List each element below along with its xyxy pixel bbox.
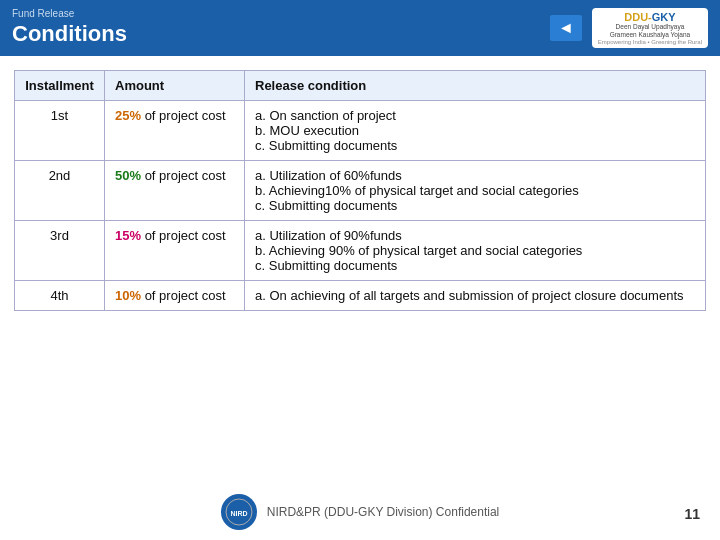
amount-suffix: of project cost — [141, 228, 226, 243]
logo-box: DDU- GKY Deen Dayal UpadhyayaGrameen Kau… — [592, 8, 708, 48]
condition-item: b. Achieving10% of physical target and s… — [255, 183, 695, 198]
amount-cell: 25% of project cost — [105, 100, 245, 160]
table-row: 4th10% of project costa. On achieving of… — [15, 280, 706, 310]
release-cell: a. Utilization of 90%fundsb. Achieving 9… — [245, 220, 706, 280]
footer-text: NIRD&PR (DDU-GKY Division) Confidential — [267, 505, 500, 519]
logo-ddu: DDU- — [624, 11, 652, 23]
logo-tagline: Empowering India • Greening the Rural — [598, 39, 702, 45]
main-content: Installment Amount Release condition 1st… — [0, 56, 720, 321]
header-title-block: Fund Release Conditions — [12, 8, 127, 47]
installment-cell: 4th — [15, 280, 105, 310]
installment-cell: 2nd — [15, 160, 105, 220]
condition-item: c. Submitting documents — [255, 138, 695, 153]
header-pretitle: Fund Release — [12, 8, 127, 19]
release-cell: a. On achieving of all targets and submi… — [245, 280, 706, 310]
amount-pct: 50% — [115, 168, 141, 183]
installment-cell: 1st — [15, 100, 105, 160]
svg-text:NIRD: NIRD — [230, 510, 247, 517]
amount-cell: 10% of project cost — [105, 280, 245, 310]
amount-pct: 15% — [115, 228, 141, 243]
header-right: ◄ DDU- GKY Deen Dayal UpadhyayaGrameen K… — [550, 8, 708, 48]
page-header: Fund Release Conditions ◄ DDU- GKY Deen … — [0, 0, 720, 56]
amount-suffix: of project cost — [141, 288, 226, 303]
release-cell: a. On sanction of projectb. MOU executio… — [245, 100, 706, 160]
table-row: 2nd50% of project costa. Utilization of … — [15, 160, 706, 220]
amount-cell: 15% of project cost — [105, 220, 245, 280]
page-number: 11 — [684, 506, 700, 522]
release-cell: a. Utilization of 60%fundsb. Achieving10… — [245, 160, 706, 220]
condition-item: a. On achieving of all targets and submi… — [255, 288, 695, 303]
col-installment: Installment — [15, 70, 105, 100]
logo-gky: GKY — [652, 11, 676, 23]
page-footer: NIRD NIRD&PR (DDU-GKY Division) Confiden… — [0, 494, 720, 530]
condition-item: a. On sanction of project — [255, 108, 695, 123]
back-button[interactable]: ◄ — [550, 15, 582, 41]
table-row: 1st25% of project costa. On sanction of … — [15, 100, 706, 160]
amount-cell: 50% of project cost — [105, 160, 245, 220]
table-header-row: Installment Amount Release condition — [15, 70, 706, 100]
condition-item: a. Utilization of 90%funds — [255, 228, 695, 243]
col-release: Release condition — [245, 70, 706, 100]
logo-subtitle: Deen Dayal UpadhyayaGrameen Kaushalya Yo… — [610, 23, 691, 39]
installment-cell: 3rd — [15, 220, 105, 280]
amount-pct: 10% — [115, 288, 141, 303]
conditions-table: Installment Amount Release condition 1st… — [14, 70, 706, 311]
page-title: Conditions — [12, 21, 127, 47]
amount-suffix: of project cost — [141, 108, 226, 123]
amount-suffix: of project cost — [141, 168, 226, 183]
condition-item: c. Submitting documents — [255, 258, 695, 273]
amount-pct: 25% — [115, 108, 141, 123]
footer-logo: NIRD — [221, 494, 257, 530]
table-row: 3rd15% of project costa. Utilization of … — [15, 220, 706, 280]
condition-item: a. Utilization of 60%funds — [255, 168, 695, 183]
condition-item: c. Submitting documents — [255, 198, 695, 213]
condition-item: b. Achieving 90% of physical target and … — [255, 243, 695, 258]
col-amount: Amount — [105, 70, 245, 100]
condition-item: b. MOU execution — [255, 123, 695, 138]
